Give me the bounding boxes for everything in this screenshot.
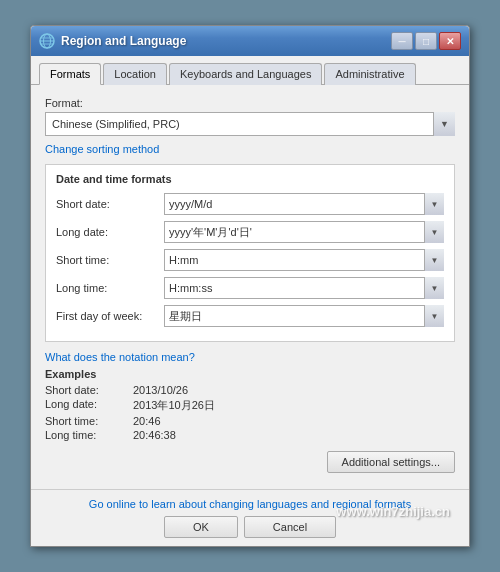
format-dropdown-container: Chinese (Simplified, PRC) ▼ (45, 112, 455, 136)
example-short-time-label: Short time: (45, 415, 125, 427)
maximize-button[interactable]: □ (415, 32, 437, 50)
short-date-dropdown-wrap: yyyy/M/d ▼ (164, 193, 444, 215)
short-date-select[interactable]: yyyy/M/d (164, 193, 444, 215)
additional-settings-button[interactable]: Additional settings... (327, 451, 455, 473)
short-date-label: Short date: (56, 198, 156, 210)
date-time-section: Date and time formats Short date: yyyy/M… (45, 164, 455, 342)
example-short-date-label: Short date: (45, 384, 125, 396)
long-time-select[interactable]: H:mm:ss (164, 277, 444, 299)
close-button[interactable]: ✕ (439, 32, 461, 50)
example-long-date-value: 2013年10月26日 (133, 398, 215, 413)
ok-button[interactable]: OK (164, 516, 238, 538)
format-field-row: Format: Chinese (Simplified, PRC) ▼ (45, 97, 455, 136)
first-day-select[interactable]: 星期日 (164, 305, 444, 327)
additional-settings-area: Additional settings... (45, 451, 455, 477)
first-day-row: First day of week: 星期日 ▼ (56, 305, 444, 327)
format-label: Format: (45, 97, 455, 109)
example-long-time: Long time: 20:46:38 (45, 429, 455, 441)
example-short-time: Short time: 20:46 (45, 415, 455, 427)
long-date-label: Long date: (56, 226, 156, 238)
tab-location[interactable]: Location (103, 63, 167, 85)
example-long-time-label: Long time: (45, 429, 125, 441)
tab-content: Format: Chinese (Simplified, PRC) ▼ Chan… (31, 85, 469, 489)
short-time-select[interactable]: H:mm (164, 249, 444, 271)
title-bar: Region and Language ─ □ ✕ (31, 26, 469, 56)
window-title: Region and Language (61, 34, 391, 48)
long-time-label: Long time: (56, 282, 156, 294)
first-day-label: First day of week: (56, 310, 156, 322)
title-bar-buttons: ─ □ ✕ (391, 32, 461, 50)
window-icon (39, 33, 55, 49)
example-short-date: Short date: 2013/10/26 (45, 384, 455, 396)
short-date-row: Short date: yyyy/M/d ▼ (56, 193, 444, 215)
long-time-dropdown-wrap: H:mm:ss ▼ (164, 277, 444, 299)
first-day-dropdown-wrap: 星期日 ▼ (164, 305, 444, 327)
online-link[interactable]: Go online to learn about changing langua… (89, 498, 411, 510)
short-time-row: Short time: H:mm ▼ (56, 249, 444, 271)
example-long-date-label: Long date: (45, 398, 125, 413)
long-time-row: Long time: H:mm:ss ▼ (56, 277, 444, 299)
tabs-bar: Formats Location Keyboards and Languages… (31, 56, 469, 85)
long-date-dropdown-wrap: yyyy'年'M'月'd'日' ▼ (164, 221, 444, 243)
example-short-date-value: 2013/10/26 (133, 384, 188, 396)
date-time-title: Date and time formats (56, 173, 444, 185)
cancel-button[interactable]: Cancel (244, 516, 336, 538)
region-language-dialog: Region and Language ─ □ ✕ Formats Locati… (30, 25, 470, 547)
examples-title: Examples (45, 368, 455, 380)
examples-section: Examples Short date: 2013/10/26 Long dat… (45, 368, 455, 441)
tab-keyboards-languages[interactable]: Keyboards and Languages (169, 63, 323, 85)
format-select[interactable]: Chinese (Simplified, PRC) (45, 112, 455, 136)
change-sorting-link[interactable]: Change sorting method (45, 143, 159, 155)
short-time-dropdown-wrap: H:mm ▼ (164, 249, 444, 271)
example-long-time-value: 20:46:38 (133, 429, 176, 441)
long-date-row: Long date: yyyy'年'M'月'd'日' ▼ (56, 221, 444, 243)
example-short-time-value: 20:46 (133, 415, 161, 427)
minimize-button[interactable]: ─ (391, 32, 413, 50)
long-date-select[interactable]: yyyy'年'M'月'd'日' (164, 221, 444, 243)
short-time-label: Short time: (56, 254, 156, 266)
example-long-date: Long date: 2013年10月26日 (45, 398, 455, 413)
tab-formats[interactable]: Formats (39, 63, 101, 85)
tab-administrative[interactable]: Administrative (324, 63, 415, 85)
ok-cancel-row: OK Cancel (164, 516, 336, 538)
bottom-bar: Go online to learn about changing langua… (31, 489, 469, 546)
notation-link[interactable]: What does the notation mean? (45, 351, 195, 363)
